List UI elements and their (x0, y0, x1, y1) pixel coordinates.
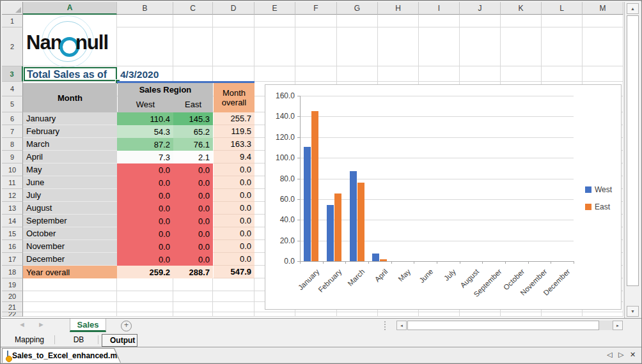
cell-overall-january[interactable]: 255.7 (213, 112, 254, 125)
row-header-22[interactable]: 22 (2, 312, 23, 317)
row-header-2[interactable]: 2 (2, 27, 23, 66)
cell-overall-february[interactable]: 119.5 (213, 125, 254, 138)
row-header-4[interactable]: 4 (2, 82, 23, 96)
cell-east-february[interactable]: 65.2 (173, 125, 213, 138)
column-header-g[interactable]: G (337, 2, 378, 15)
row-header-12[interactable]: 12 (2, 189, 23, 202)
cell-overall-october[interactable]: 0.0 (213, 227, 254, 240)
row-header-8[interactable]: 8 (2, 138, 23, 151)
cell-overall-may[interactable]: 0.0 (213, 163, 254, 176)
scroll-up-button[interactable]: ▲ (627, 3, 639, 14)
row-header-17[interactable]: 17 (2, 253, 23, 266)
cell-west-june[interactable]: 0.0 (117, 176, 173, 189)
file-tab[interactable]: Sales_to_Excel_enhanced.mfd (2, 348, 121, 363)
cell-east-october[interactable]: 0.0 (173, 227, 213, 240)
month-overall-header[interactable]: Monthoverall (214, 83, 254, 112)
tab-mapping[interactable]: Mapping (6, 334, 53, 345)
next-file-icon[interactable]: ▷ (618, 351, 623, 359)
close-file-icon[interactable]: ✕ (630, 351, 636, 359)
add-sheet-button[interactable]: + (121, 321, 132, 331)
cell-west-february[interactable]: 54.3 (117, 125, 173, 138)
cell-overall-december[interactable]: 0.0 (213, 253, 254, 266)
cell-west-july[interactable]: 0.0 (117, 189, 173, 202)
bar-west-march[interactable] (350, 171, 357, 261)
legend-swatch-west[interactable] (585, 186, 591, 193)
year-overall-label[interactable]: Year overall (23, 266, 117, 278)
cell-east-may[interactable]: 0.0 (173, 163, 213, 176)
row-header-9[interactable]: 9 (2, 151, 23, 163)
cell-west-september[interactable]: 0.0 (117, 215, 173, 227)
scroll-down-button[interactable]: ▼ (627, 306, 639, 317)
column-header-j[interactable]: J (460, 2, 501, 15)
column-header-h[interactable]: H (378, 2, 419, 15)
row-header-14[interactable]: 14 (2, 215, 23, 227)
cell-east-january[interactable]: 145.3 (173, 112, 213, 125)
vertical-scroll-thumb[interactable] (627, 15, 639, 286)
cell-east-march[interactable]: 76.1 (173, 138, 213, 151)
column-header-m[interactable]: M (583, 2, 623, 15)
row-header-20[interactable]: 20 (2, 291, 23, 302)
column-header-k[interactable]: K (501, 2, 542, 15)
cell-west-december[interactable]: 0.0 (117, 253, 173, 266)
year-overall-west[interactable]: 259.2 (117, 266, 173, 278)
cell-month-october[interactable]: October (23, 227, 117, 240)
report-date[interactable]: 4/3/2020 (120, 67, 159, 82)
row-header-7[interactable]: 7 (2, 125, 23, 138)
row-header-1[interactable]: 1 (2, 15, 23, 27)
cell-west-august[interactable]: 0.0 (117, 202, 173, 215)
cell-month-june[interactable]: June (23, 176, 117, 189)
cell-west-march[interactable]: 87.2 (117, 138, 173, 151)
sheet-prev-icon[interactable]: ◄ (19, 321, 26, 328)
cell-overall-august[interactable]: 0.0 (213, 202, 254, 215)
cell-east-december[interactable]: 0.0 (173, 253, 213, 266)
row-header-21[interactable]: 21 (2, 302, 23, 312)
column-header-l[interactable]: L (542, 2, 583, 15)
column-header-b[interactable]: B (117, 2, 173, 15)
cell-overall-april[interactable]: 9.4 (213, 151, 254, 163)
row-header-6[interactable]: 6 (2, 112, 23, 125)
tab-db-query[interactable]: DB Query (58, 334, 99, 345)
vertical-scrollbar[interactable]: ▲ ▼ (624, 2, 641, 318)
column-header-d[interactable]: D (213, 2, 254, 15)
tab-output[interactable]: Output (102, 334, 137, 347)
cell-month-february[interactable]: February (23, 125, 117, 138)
cell-month-march[interactable]: March (23, 138, 117, 151)
column-header-e[interactable]: E (254, 2, 295, 15)
row-header-3[interactable]: 3 (2, 66, 23, 82)
cell-east-july[interactable]: 0.0 (173, 189, 213, 202)
bar-east-march[interactable] (357, 183, 364, 261)
legend-swatch-east[interactable] (585, 204, 591, 210)
sheet-next-icon[interactable]: ► (38, 321, 45, 328)
cell-overall-july[interactable]: 0.0 (213, 189, 254, 202)
row-header-16[interactable]: 16 (2, 240, 23, 253)
row-header-18[interactable]: 18 (2, 266, 23, 278)
prev-file-icon[interactable]: ◁ (607, 351, 612, 359)
month-column-header[interactable]: Month (23, 83, 117, 112)
bar-west-february[interactable] (327, 205, 334, 261)
bar-west-january[interactable] (304, 147, 311, 261)
cell-west-april[interactable]: 7.3 (117, 151, 173, 163)
cell-month-september[interactable]: September (23, 215, 117, 227)
cell-month-may[interactable]: May (23, 163, 117, 176)
cell-east-september[interactable]: 0.0 (173, 215, 213, 227)
cell-month-december[interactable]: December (23, 253, 117, 266)
cell-month-july[interactable]: July (23, 189, 117, 202)
cell-overall-june[interactable]: 0.0 (213, 176, 254, 189)
cell-overall-march[interactable]: 163.3 (213, 138, 254, 151)
cell-east-april[interactable]: 2.1 (173, 151, 213, 163)
tab-sales[interactable]: Sales (70, 319, 106, 332)
cell-west-november[interactable]: 0.0 (117, 240, 173, 253)
cell-east-november[interactable]: 0.0 (173, 240, 213, 253)
bar-east-january[interactable] (311, 111, 318, 261)
column-header-a[interactable]: A (23, 2, 117, 15)
cell-month-august[interactable]: August (23, 202, 117, 215)
cell-month-april[interactable]: April (23, 151, 117, 163)
row-header-5[interactable]: 5 (2, 96, 23, 112)
column-header-f[interactable]: F (295, 2, 337, 15)
cell-west-october[interactable]: 0.0 (117, 227, 173, 240)
year-overall-total[interactable]: 547.9 (213, 266, 254, 278)
east-column-header[interactable]: East (173, 96, 213, 112)
bar-east-february[interactable] (334, 193, 341, 261)
cell-month-november[interactable]: November (23, 240, 117, 253)
sales-region-header[interactable]: Sales Region (118, 83, 213, 96)
